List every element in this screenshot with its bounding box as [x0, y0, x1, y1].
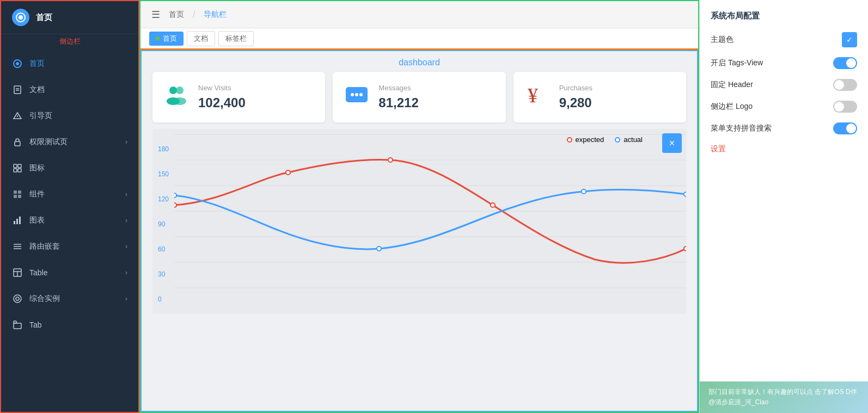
- panel-title: 系统布局配置: [711, 11, 857, 21]
- chart-svg: [174, 129, 686, 314]
- settings-link[interactable]: 设置: [711, 144, 857, 154]
- header-nav-home[interactable]: 首页: [169, 10, 184, 20]
- toggle-pinyin_search[interactable]: [833, 122, 857, 134]
- visits-value: 102,400: [198, 95, 246, 110]
- stat-card-visits: New Visits 102,400: [152, 72, 325, 122]
- toggle-sidebar_logo[interactable]: [833, 101, 857, 113]
- tags-bar: 首页文档标签栏: [140, 28, 698, 50]
- config-item-pinyin_search: 菜单支持拼音搜索: [711, 122, 857, 134]
- sidebar-home-label[interactable]: 首页: [36, 13, 52, 23]
- stat-card-purchases: ¥ Purchases 9,280: [514, 72, 686, 122]
- svg-rect-11: [18, 164, 21, 168]
- nested-arrow-icon: ›: [125, 243, 127, 250]
- close-button[interactable]: ×: [662, 133, 682, 153]
- home-icon: [12, 58, 23, 69]
- dashboard-content: dashboard New Visits 102,400: [140, 50, 698, 412]
- sidebar-item-tab[interactable]: Tab: [1, 312, 138, 338]
- examples-icon: [12, 293, 23, 304]
- svg-rect-16: [14, 195, 17, 198]
- nested-icon: [12, 241, 23, 252]
- svg-rect-15: [18, 190, 21, 194]
- svg-rect-18: [14, 221, 15, 224]
- config-label-fixed_header: 固定 Header: [711, 80, 753, 90]
- checkmark-icon: ✓: [846, 35, 853, 44]
- icons-icon: [12, 163, 23, 174]
- svg-point-53: [377, 246, 381, 251]
- bottom-text: 部门目前非常缺人！有兴趣的可以点 击了解OS D伴@清步庇涯_河_Ciao: [700, 381, 868, 413]
- auth-icon: [12, 137, 23, 147]
- svg-rect-29: [14, 323, 21, 329]
- sidebar-item-examples[interactable]: 综合实例›: [1, 286, 138, 312]
- messages-icon: [344, 82, 370, 113]
- toggle-fixed_header[interactable]: [833, 79, 857, 91]
- svg-point-38: [359, 93, 363, 96]
- stat-info-purchases: Purchases 9,280: [559, 84, 592, 110]
- docs-label: 文档: [29, 85, 45, 95]
- charts-label: 图表: [29, 215, 45, 225]
- stat-info-visits: New Visits 102,400: [198, 84, 246, 110]
- purchases-value: 9,280: [559, 95, 592, 110]
- sidebar-item-charts[interactable]: 图表›: [1, 207, 138, 233]
- sidebar-section-label: 侧边栏: [1, 34, 138, 51]
- svg-point-52: [174, 193, 176, 198]
- examples-label: 综合实例: [29, 294, 60, 304]
- auth-label: 权限测试页: [29, 137, 68, 147]
- svg-rect-19: [16, 219, 18, 224]
- config-item-tags_view: 开启 Tags-View: [711, 57, 857, 69]
- sidebar-item-auth[interactable]: 权限测试页›: [1, 129, 138, 155]
- svg-rect-9: [15, 141, 20, 146]
- config-item-sidebar_logo: 侧边栏 Logo: [711, 101, 857, 113]
- stat-card-messages: Messages 81,212: [333, 72, 505, 122]
- header: ☰ 首页 / 导航栏: [140, 1, 698, 28]
- svg-point-32: [176, 87, 184, 94]
- svg-rect-12: [14, 169, 17, 172]
- components-arrow-icon: ›: [125, 190, 127, 198]
- svg-point-27: [14, 295, 21, 303]
- config-item-fixed_header: 固定 Header: [711, 79, 857, 91]
- sidebar-item-components[interactable]: 组件›: [1, 181, 138, 207]
- tag-home[interactable]: 首页: [149, 32, 184, 46]
- y-axis: 180 150 120 90 60 30 0: [158, 145, 169, 303]
- main-container: ☰ 首页 / 导航栏 首页文档标签栏 dashboard Ne: [139, 0, 699, 413]
- auth-arrow-icon: ›: [125, 138, 127, 146]
- sidebar-logo-icon: [12, 9, 29, 26]
- components-icon: [12, 189, 23, 200]
- tab-icon: [12, 319, 23, 330]
- svg-point-3: [16, 62, 19, 65]
- home-label: 首页: [29, 59, 45, 69]
- sidebar-item-table[interactable]: Table›: [1, 260, 138, 286]
- sidebar-item-docs[interactable]: 文档: [1, 77, 138, 103]
- sidebar-item-icons[interactable]: 图标: [1, 155, 138, 181]
- nested-label: 路由嵌套: [29, 242, 60, 251]
- color-swatch-theme[interactable]: ✓: [842, 32, 857, 47]
- right-panel: 系统布局配置 主题色✓开启 Tags-View固定 Header侧边栏 Logo…: [699, 0, 868, 413]
- svg-rect-20: [19, 217, 21, 224]
- svg-point-37: [355, 93, 358, 96]
- nav-separator: /: [193, 10, 195, 20]
- purchases-icon: ¥: [524, 82, 551, 113]
- tag-tagsbar[interactable]: 标签栏: [218, 31, 254, 46]
- toggle-tags_view[interactable]: [833, 57, 857, 69]
- svg-text:¥: ¥: [528, 84, 538, 107]
- stats-row: New Visits 102,400 Messages 81,212: [142, 72, 697, 129]
- chart-area: expected actual 180 150 120 90 60 30 0: [152, 129, 686, 314]
- config-label-sidebar_logo: 侧边栏 Logo: [711, 102, 753, 112]
- hamburger-icon[interactable]: ☰: [151, 9, 160, 21]
- svg-rect-14: [14, 190, 17, 194]
- sidebar-item-nested[interactable]: 路由嵌套›: [1, 233, 138, 260]
- sidebar-item-guide[interactable]: 引导页: [1, 103, 138, 129]
- svg-point-50: [491, 203, 495, 207]
- svg-point-31: [169, 87, 177, 94]
- svg-point-34: [173, 97, 186, 105]
- table-label: Table: [29, 268, 47, 277]
- dashboard-title: dashboard: [142, 51, 697, 72]
- tab-label: Tab: [29, 320, 42, 329]
- table-arrow-icon: ›: [125, 269, 127, 276]
- tag-docs[interactable]: 文档: [187, 31, 215, 46]
- active-tag-dot: [156, 36, 160, 40]
- svg-point-49: [388, 158, 393, 162]
- sidebar-item-home[interactable]: 首页: [1, 51, 138, 77]
- examples-arrow-icon: ›: [125, 295, 127, 303]
- svg-rect-4: [14, 86, 21, 94]
- svg-point-47: [174, 203, 176, 207]
